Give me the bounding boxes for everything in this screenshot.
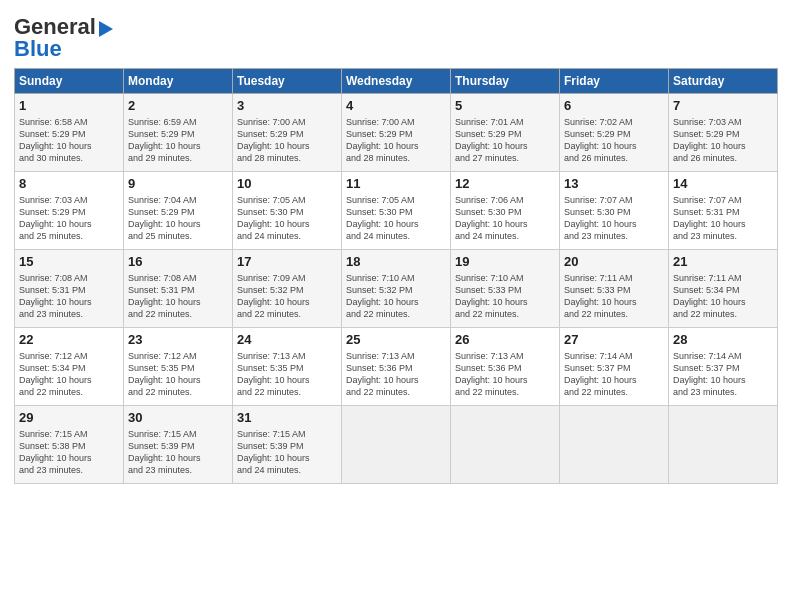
day-number: 31 bbox=[237, 409, 337, 427]
day-number: 14 bbox=[673, 175, 773, 193]
calendar-cell: 29Sunrise: 7:15 AM Sunset: 5:38 PM Dayli… bbox=[15, 406, 124, 484]
calendar-cell: 18Sunrise: 7:10 AM Sunset: 5:32 PM Dayli… bbox=[342, 250, 451, 328]
day-number: 24 bbox=[237, 331, 337, 349]
calendar-cell: 1Sunrise: 6:58 AM Sunset: 5:29 PM Daylig… bbox=[15, 94, 124, 172]
calendar-cell bbox=[669, 406, 778, 484]
day-number: 28 bbox=[673, 331, 773, 349]
calendar-table: SundayMondayTuesdayWednesdayThursdayFrid… bbox=[14, 68, 778, 484]
calendar-cell: 5Sunrise: 7:01 AM Sunset: 5:29 PM Daylig… bbox=[451, 94, 560, 172]
day-number: 9 bbox=[128, 175, 228, 193]
day-number: 12 bbox=[455, 175, 555, 193]
day-info: Sunrise: 7:01 AM Sunset: 5:29 PM Dayligh… bbox=[455, 116, 555, 165]
day-info: Sunrise: 7:12 AM Sunset: 5:34 PM Dayligh… bbox=[19, 350, 119, 399]
weekday-header: Sunday bbox=[15, 69, 124, 94]
day-number: 13 bbox=[564, 175, 664, 193]
weekday-header: Friday bbox=[560, 69, 669, 94]
day-info: Sunrise: 6:58 AM Sunset: 5:29 PM Dayligh… bbox=[19, 116, 119, 165]
day-number: 21 bbox=[673, 253, 773, 271]
calendar-cell: 11Sunrise: 7:05 AM Sunset: 5:30 PM Dayli… bbox=[342, 172, 451, 250]
calendar-cell bbox=[342, 406, 451, 484]
day-number: 17 bbox=[237, 253, 337, 271]
calendar-cell: 23Sunrise: 7:12 AM Sunset: 5:35 PM Dayli… bbox=[124, 328, 233, 406]
day-number: 27 bbox=[564, 331, 664, 349]
calendar-week-row: 22Sunrise: 7:12 AM Sunset: 5:34 PM Dayli… bbox=[15, 328, 778, 406]
day-number: 20 bbox=[564, 253, 664, 271]
day-number: 18 bbox=[346, 253, 446, 271]
day-number: 4 bbox=[346, 97, 446, 115]
day-number: 10 bbox=[237, 175, 337, 193]
day-info: Sunrise: 6:59 AM Sunset: 5:29 PM Dayligh… bbox=[128, 116, 228, 165]
day-number: 25 bbox=[346, 331, 446, 349]
weekday-header: Saturday bbox=[669, 69, 778, 94]
calendar-week-row: 1Sunrise: 6:58 AM Sunset: 5:29 PM Daylig… bbox=[15, 94, 778, 172]
day-number: 6 bbox=[564, 97, 664, 115]
day-info: Sunrise: 7:12 AM Sunset: 5:35 PM Dayligh… bbox=[128, 350, 228, 399]
day-info: Sunrise: 7:08 AM Sunset: 5:31 PM Dayligh… bbox=[19, 272, 119, 321]
calendar-cell: 7Sunrise: 7:03 AM Sunset: 5:29 PM Daylig… bbox=[669, 94, 778, 172]
weekday-header: Tuesday bbox=[233, 69, 342, 94]
day-info: Sunrise: 7:13 AM Sunset: 5:36 PM Dayligh… bbox=[455, 350, 555, 399]
day-number: 23 bbox=[128, 331, 228, 349]
calendar-cell: 17Sunrise: 7:09 AM Sunset: 5:32 PM Dayli… bbox=[233, 250, 342, 328]
calendar-cell: 21Sunrise: 7:11 AM Sunset: 5:34 PM Dayli… bbox=[669, 250, 778, 328]
calendar-week-row: 8Sunrise: 7:03 AM Sunset: 5:29 PM Daylig… bbox=[15, 172, 778, 250]
calendar-cell: 19Sunrise: 7:10 AM Sunset: 5:33 PM Dayli… bbox=[451, 250, 560, 328]
calendar-cell: 15Sunrise: 7:08 AM Sunset: 5:31 PM Dayli… bbox=[15, 250, 124, 328]
calendar-cell: 26Sunrise: 7:13 AM Sunset: 5:36 PM Dayli… bbox=[451, 328, 560, 406]
calendar-cell: 27Sunrise: 7:14 AM Sunset: 5:37 PM Dayli… bbox=[560, 328, 669, 406]
calendar-cell: 13Sunrise: 7:07 AM Sunset: 5:30 PM Dayli… bbox=[560, 172, 669, 250]
day-info: Sunrise: 7:00 AM Sunset: 5:29 PM Dayligh… bbox=[237, 116, 337, 165]
day-number: 30 bbox=[128, 409, 228, 427]
weekday-header: Thursday bbox=[451, 69, 560, 94]
calendar-cell: 20Sunrise: 7:11 AM Sunset: 5:33 PM Dayli… bbox=[560, 250, 669, 328]
day-number: 8 bbox=[19, 175, 119, 193]
day-number: 3 bbox=[237, 97, 337, 115]
calendar-week-row: 29Sunrise: 7:15 AM Sunset: 5:38 PM Dayli… bbox=[15, 406, 778, 484]
day-info: Sunrise: 7:09 AM Sunset: 5:32 PM Dayligh… bbox=[237, 272, 337, 321]
day-number: 22 bbox=[19, 331, 119, 349]
day-info: Sunrise: 7:00 AM Sunset: 5:29 PM Dayligh… bbox=[346, 116, 446, 165]
day-info: Sunrise: 7:14 AM Sunset: 5:37 PM Dayligh… bbox=[673, 350, 773, 399]
calendar-header-row: SundayMondayTuesdayWednesdayThursdayFrid… bbox=[15, 69, 778, 94]
calendar-cell bbox=[560, 406, 669, 484]
calendar-cell: 3Sunrise: 7:00 AM Sunset: 5:29 PM Daylig… bbox=[233, 94, 342, 172]
logo-arrow-icon bbox=[99, 21, 113, 37]
calendar-cell: 6Sunrise: 7:02 AM Sunset: 5:29 PM Daylig… bbox=[560, 94, 669, 172]
calendar-cell: 14Sunrise: 7:07 AM Sunset: 5:31 PM Dayli… bbox=[669, 172, 778, 250]
day-info: Sunrise: 7:10 AM Sunset: 5:33 PM Dayligh… bbox=[455, 272, 555, 321]
day-info: Sunrise: 7:03 AM Sunset: 5:29 PM Dayligh… bbox=[673, 116, 773, 165]
day-info: Sunrise: 7:15 AM Sunset: 5:38 PM Dayligh… bbox=[19, 428, 119, 477]
day-number: 19 bbox=[455, 253, 555, 271]
calendar-cell: 31Sunrise: 7:15 AM Sunset: 5:39 PM Dayli… bbox=[233, 406, 342, 484]
day-info: Sunrise: 7:05 AM Sunset: 5:30 PM Dayligh… bbox=[346, 194, 446, 243]
day-info: Sunrise: 7:07 AM Sunset: 5:30 PM Dayligh… bbox=[564, 194, 664, 243]
day-number: 16 bbox=[128, 253, 228, 271]
day-number: 1 bbox=[19, 97, 119, 115]
calendar-cell: 28Sunrise: 7:14 AM Sunset: 5:37 PM Dayli… bbox=[669, 328, 778, 406]
day-info: Sunrise: 7:02 AM Sunset: 5:29 PM Dayligh… bbox=[564, 116, 664, 165]
calendar-cell: 8Sunrise: 7:03 AM Sunset: 5:29 PM Daylig… bbox=[15, 172, 124, 250]
day-info: Sunrise: 7:06 AM Sunset: 5:30 PM Dayligh… bbox=[455, 194, 555, 243]
day-number: 11 bbox=[346, 175, 446, 193]
day-info: Sunrise: 7:13 AM Sunset: 5:36 PM Dayligh… bbox=[346, 350, 446, 399]
calendar-cell: 30Sunrise: 7:15 AM Sunset: 5:39 PM Dayli… bbox=[124, 406, 233, 484]
logo-blue: Blue bbox=[14, 36, 62, 62]
day-info: Sunrise: 7:03 AM Sunset: 5:29 PM Dayligh… bbox=[19, 194, 119, 243]
day-info: Sunrise: 7:11 AM Sunset: 5:34 PM Dayligh… bbox=[673, 272, 773, 321]
calendar-week-row: 15Sunrise: 7:08 AM Sunset: 5:31 PM Dayli… bbox=[15, 250, 778, 328]
day-info: Sunrise: 7:10 AM Sunset: 5:32 PM Dayligh… bbox=[346, 272, 446, 321]
day-number: 26 bbox=[455, 331, 555, 349]
calendar-cell: 22Sunrise: 7:12 AM Sunset: 5:34 PM Dayli… bbox=[15, 328, 124, 406]
day-info: Sunrise: 7:05 AM Sunset: 5:30 PM Dayligh… bbox=[237, 194, 337, 243]
calendar-cell: 25Sunrise: 7:13 AM Sunset: 5:36 PM Dayli… bbox=[342, 328, 451, 406]
day-info: Sunrise: 7:04 AM Sunset: 5:29 PM Dayligh… bbox=[128, 194, 228, 243]
day-info: Sunrise: 7:13 AM Sunset: 5:35 PM Dayligh… bbox=[237, 350, 337, 399]
day-number: 15 bbox=[19, 253, 119, 271]
calendar-cell: 12Sunrise: 7:06 AM Sunset: 5:30 PM Dayli… bbox=[451, 172, 560, 250]
header: General Blue bbox=[14, 10, 778, 62]
calendar-cell: 16Sunrise: 7:08 AM Sunset: 5:31 PM Dayli… bbox=[124, 250, 233, 328]
day-info: Sunrise: 7:14 AM Sunset: 5:37 PM Dayligh… bbox=[564, 350, 664, 399]
day-number: 5 bbox=[455, 97, 555, 115]
calendar-cell: 2Sunrise: 6:59 AM Sunset: 5:29 PM Daylig… bbox=[124, 94, 233, 172]
day-info: Sunrise: 7:15 AM Sunset: 5:39 PM Dayligh… bbox=[128, 428, 228, 477]
